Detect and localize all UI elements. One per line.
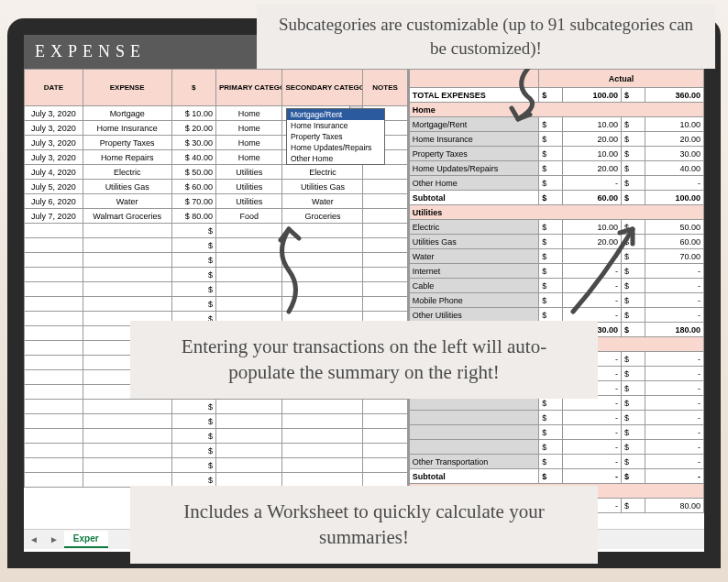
cell[interactable]: Utilities Gas: [282, 180, 363, 194]
cell[interactable]: [363, 297, 407, 312]
cell[interactable]: Home: [215, 150, 282, 165]
cell[interactable]: $ 60.00: [171, 180, 215, 194]
cell[interactable]: $ 20.00: [171, 121, 215, 136]
cell[interactable]: $: [171, 444, 215, 458]
table-row[interactable]: $: [25, 444, 408, 458]
cell[interactable]: [363, 458, 407, 473]
cell[interactable]: $ 70.00: [171, 194, 215, 209]
cell[interactable]: [83, 253, 171, 268]
cell[interactable]: Electric: [83, 165, 171, 180]
cell[interactable]: [25, 253, 83, 268]
cell[interactable]: [363, 180, 407, 194]
cell[interactable]: [83, 458, 171, 473]
cell[interactable]: Home Repairs: [83, 150, 171, 165]
cell[interactable]: $: [171, 268, 215, 282]
cell[interactable]: [83, 414, 171, 429]
cell[interactable]: July 5, 2020: [25, 180, 83, 194]
cell[interactable]: July 3, 2020: [25, 136, 83, 150]
table-row[interactable]: $: [25, 429, 408, 444]
cell[interactable]: [83, 282, 171, 297]
cell[interactable]: $ 30.00: [171, 136, 215, 150]
dropdown-option[interactable]: Mortgage/Rent: [287, 109, 384, 120]
cell[interactable]: July 3, 2020: [25, 106, 83, 121]
cell[interactable]: Home: [215, 106, 282, 121]
active-sheet-tab[interactable]: Exper: [64, 531, 108, 548]
cell[interactable]: Water: [282, 194, 363, 209]
cell[interactable]: [363, 268, 407, 282]
cell[interactable]: [282, 444, 363, 458]
cell[interactable]: [363, 224, 407, 238]
cell[interactable]: [363, 414, 407, 429]
cell[interactable]: $: [171, 238, 215, 253]
cell[interactable]: [215, 458, 282, 473]
cell[interactable]: $: [171, 297, 215, 312]
cell[interactable]: [25, 312, 83, 326]
cell[interactable]: $ 40.00: [171, 150, 215, 165]
cell[interactable]: [363, 282, 407, 297]
cell[interactable]: [25, 238, 83, 253]
cell[interactable]: [282, 429, 363, 444]
cell[interactable]: Water: [83, 194, 171, 209]
cell[interactable]: Walmart Groceries: [83, 209, 171, 224]
cell[interactable]: [83, 224, 171, 238]
cell[interactable]: [83, 297, 171, 312]
cell[interactable]: [363, 400, 407, 414]
cell[interactable]: $: [171, 282, 215, 297]
cell[interactable]: [25, 458, 83, 473]
table-row[interactable]: $: [25, 400, 408, 414]
cell[interactable]: Electric: [282, 165, 363, 180]
cell[interactable]: [215, 444, 282, 458]
table-row[interactable]: July 6, 2020Water$ 70.00UtilitiesWater: [25, 194, 408, 209]
cell[interactable]: [363, 253, 407, 268]
cell[interactable]: [25, 429, 83, 444]
table-row[interactable]: $: [25, 297, 408, 312]
cell[interactable]: $ 80.00: [171, 209, 215, 224]
table-row[interactable]: July 7, 2020Walmart Groceries$ 80.00Food…: [25, 209, 408, 224]
cell[interactable]: [215, 400, 282, 414]
cell[interactable]: [25, 473, 83, 488]
cell[interactable]: [363, 194, 407, 209]
cell[interactable]: Mortgage: [83, 106, 171, 121]
table-row[interactable]: $: [25, 268, 408, 282]
cell[interactable]: $: [171, 253, 215, 268]
table-row[interactable]: July 5, 2020Utilities Gas$ 60.00Utilitie…: [25, 180, 408, 194]
cell[interactable]: [83, 429, 171, 444]
cell[interactable]: [25, 341, 83, 356]
cell[interactable]: Utilities: [215, 165, 282, 180]
cell[interactable]: Utilities: [215, 194, 282, 209]
dropdown-option[interactable]: Property Taxes: [287, 131, 384, 142]
cell[interactable]: Home Insurance: [83, 121, 171, 136]
cell[interactable]: [25, 356, 83, 370]
cell[interactable]: $: [171, 400, 215, 414]
cell[interactable]: [215, 414, 282, 429]
dropdown-option[interactable]: Other Home: [287, 153, 384, 164]
cell[interactable]: [363, 209, 407, 224]
cell[interactable]: [83, 238, 171, 253]
table-row[interactable]: $: [25, 238, 408, 253]
cell[interactable]: [83, 400, 171, 414]
cell[interactable]: $: [171, 414, 215, 429]
cell[interactable]: [282, 400, 363, 414]
cell[interactable]: [363, 444, 407, 458]
cell[interactable]: [25, 282, 83, 297]
cell[interactable]: $: [171, 224, 215, 238]
cell[interactable]: $ 10.00: [171, 106, 215, 121]
cell[interactable]: $ 50.00: [171, 165, 215, 180]
cell[interactable]: [25, 414, 83, 429]
cell[interactable]: [25, 444, 83, 458]
cell[interactable]: July 3, 2020: [25, 121, 83, 136]
cell[interactable]: [25, 385, 83, 400]
cell[interactable]: [83, 444, 171, 458]
table-row[interactable]: July 4, 2020Electric$ 50.00UtilitiesElec…: [25, 165, 408, 180]
cell[interactable]: [25, 224, 83, 238]
cell[interactable]: [363, 238, 407, 253]
cell[interactable]: [215, 429, 282, 444]
cell[interactable]: July 6, 2020: [25, 194, 83, 209]
tab-nav-next[interactable]: ►: [44, 534, 64, 544]
dropdown-option[interactable]: Home Insurance: [287, 120, 384, 131]
table-row[interactable]: $: [25, 253, 408, 268]
cell[interactable]: [25, 268, 83, 282]
cell[interactable]: [25, 297, 83, 312]
table-row[interactable]: $: [25, 282, 408, 297]
cell[interactable]: Home: [215, 136, 282, 150]
